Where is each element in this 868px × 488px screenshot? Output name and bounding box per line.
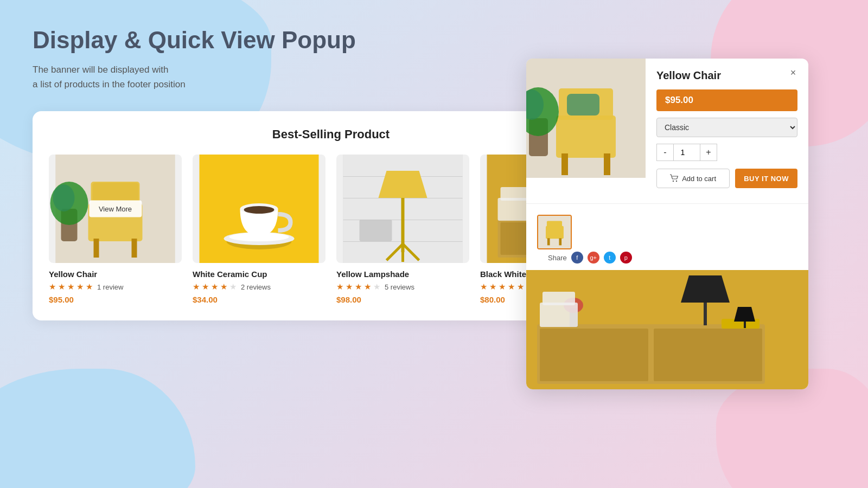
star-half: ★ (364, 282, 371, 292)
share-pinterest-button[interactable]: p (620, 252, 632, 264)
add-to-cart-button[interactable]: Add to cart (656, 169, 730, 188)
star-1: ★ (480, 282, 487, 292)
product-name-yellow-lampshade: Yellow Lampshade (336, 269, 469, 279)
star-5: ★ (373, 282, 380, 292)
svg-rect-39 (561, 153, 568, 175)
popup-actions: Add to cart BUY IT NOW (656, 169, 797, 188)
product-stars-yellow-lampshade: ★ ★ ★ ★ ★ 5 reviews (336, 282, 469, 292)
svg-rect-40 (604, 153, 610, 175)
product-stars-white-ceramic-cup: ★ ★ ★ ★ ★ 2 reviews (193, 282, 326, 292)
star-2: ★ (346, 282, 353, 292)
review-count-yellow-chair: 1 review (97, 283, 123, 291)
star-5: ★ (86, 282, 93, 292)
star-1: ★ (49, 282, 56, 292)
star-1: ★ (336, 282, 343, 292)
share-google-button[interactable]: g+ (588, 252, 599, 264)
svg-rect-5 (132, 239, 137, 258)
star-3: ★ (67, 282, 74, 292)
product-image-white-ceramic-cup (193, 155, 326, 263)
svg-point-46 (676, 181, 677, 182)
product-stars-yellow-chair: ★ ★ ★ ★ ★ 1 review (49, 282, 182, 292)
product-card-white-ceramic-cup[interactable]: White Ceramic Cup ★ ★ ★ ★ ★ 2 reviews $3… (193, 155, 326, 304)
star-2: ★ (202, 282, 209, 292)
svg-rect-44 (567, 94, 599, 115)
star-3: ★ (211, 282, 218, 292)
cart-icon (670, 174, 679, 183)
star-4: ★ (76, 282, 84, 292)
svg-point-45 (673, 181, 674, 182)
share-facebook-button[interactable]: f (571, 252, 583, 264)
svg-rect-49 (547, 221, 562, 228)
star-5: ★ (517, 282, 524, 292)
svg-rect-61 (542, 292, 575, 305)
quantity-input[interactable] (674, 144, 700, 161)
svg-rect-62 (744, 322, 746, 328)
svg-rect-26 (360, 220, 392, 241)
quick-view-popup: × Yellow Chair (526, 59, 808, 389)
svg-rect-51 (559, 238, 561, 245)
review-count-white-ceramic-cup: 2 reviews (241, 283, 271, 291)
buy-now-button[interactable]: BUY IT NOW (735, 169, 797, 188)
view-more-button-yellow-chair[interactable]: View More (89, 201, 142, 217)
quantity-decrease-button[interactable]: - (656, 144, 674, 161)
product-price-yellow-chair: $95.00 (49, 295, 182, 304)
popup-product-name: Yellow Chair (656, 69, 797, 82)
svg-rect-56 (704, 303, 707, 325)
svg-rect-60 (540, 303, 578, 327)
product-price-white-ceramic-cup: $34.00 (193, 295, 326, 304)
product-name-white-ceramic-cup: White Ceramic Cup (193, 269, 326, 279)
svg-rect-50 (547, 238, 550, 245)
review-count-yellow-lampshade: 5 reviews (385, 283, 414, 291)
page-title: Display & Quick View Popup (33, 26, 835, 55)
product-image-yellow-lampshade (336, 155, 469, 263)
product-card-yellow-lampshade[interactable]: Yellow Lampshade ★ ★ ★ ★ ★ 5 reviews $98… (336, 155, 469, 304)
svg-rect-37 (556, 115, 616, 158)
quantity-increase-button[interactable]: + (700, 144, 717, 161)
popup-top-section: Yellow Chair $95.00 Classic - + Add to c… (526, 59, 808, 203)
product-image-yellow-chair: View More (49, 155, 182, 263)
product-price-yellow-lampshade: $98.00 (336, 295, 469, 304)
svg-point-8 (53, 184, 75, 211)
star-1: ★ (193, 282, 200, 292)
share-twitter-button[interactable]: t (604, 252, 616, 264)
popup-details-section: Yellow Chair $95.00 Classic - + Add to c… (646, 59, 808, 203)
svg-rect-4 (94, 239, 99, 258)
svg-rect-33 (498, 198, 531, 221)
popup-price-badge: $95.00 (656, 89, 797, 111)
star-5: ★ (229, 282, 237, 292)
popup-thumbnail-1[interactable] (537, 215, 572, 249)
star-2: ★ (58, 282, 65, 292)
quantity-row: - + (656, 144, 797, 161)
star-3: ★ (499, 282, 506, 292)
popup-bottom-image (526, 270, 808, 389)
product-card-yellow-chair[interactable]: View More Yellow Chair ★ ★ ★ ★ ★ 1 revie… (49, 155, 182, 304)
svg-rect-54 (540, 329, 648, 381)
popup-variant-select[interactable]: Classic (656, 118, 797, 137)
popup-share-section: Share f g+ t p (537, 252, 797, 270)
star-2: ★ (489, 282, 496, 292)
svg-rect-55 (654, 329, 762, 381)
star-4: ★ (508, 282, 515, 292)
popup-thumbnail-section: Share f g+ t p (526, 203, 808, 270)
star-4: ★ (220, 282, 227, 292)
star-3: ★ (355, 282, 362, 292)
popup-main-image (526, 59, 646, 178)
product-name-yellow-chair: Yellow Chair (49, 269, 182, 279)
svg-point-15 (244, 206, 275, 214)
svg-rect-34 (501, 187, 528, 201)
popup-close-button[interactable]: × (787, 66, 800, 79)
